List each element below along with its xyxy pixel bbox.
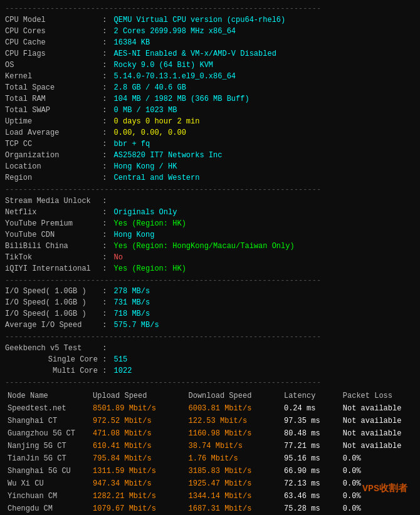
table1-cell-1: 1282.21 Mbit/s [90,490,186,502]
io-1-label: I/O Speed( 1.0GB ) [5,286,98,297]
table1-cell-0: Shanghai 5G CU [5,465,90,477]
region-value: Central and Western [114,172,200,184]
os-row: OS : Rocky 9.0 (64 Bit) KVM [5,60,415,71]
table1-cell-3: 75.28 ms [281,502,340,515]
cpu-flags-value: AES-NI Enabled & VM-x/AMD-V Disabled [114,48,276,60]
region-label: Region [5,172,98,184]
kernel-label: Kernel [5,71,98,82]
table1-cell-3: 72.13 ms [281,477,340,490]
table1-row: Wu Xi CU947.34 Mbit/s1925.47 Mbit/s72.13… [5,477,415,490]
table1-cell-0: Chengdu CM [5,502,90,515]
os-value: Rocky 9.0 (64 Bit) KVM [114,60,213,71]
cpu-cache-value: 16384 KB [114,37,150,48]
org-row: Organization : AS25820 IT7 Networks Inc [5,150,415,161]
io-2-value: 731 MB/s [114,297,150,308]
geekbench-single-value: 515 [114,354,128,365]
io-3-row: I/O Speed( 1.0GB ) : 718 MB/s [5,308,415,320]
cpu-cache-row: CPU Cache : 16384 KB [5,37,415,48]
table1-cell-4: Not available [340,440,415,452]
table1-cell-2: 1160.98 Mbit/s [186,427,281,440]
table1-cell-1: 972.52 Mbit/s [90,415,186,427]
io-3-value: 718 MB/s [114,308,150,320]
table1-cell-4: 0.0% [340,452,415,465]
table1-cell-4: 0.0% [340,465,415,477]
table1-header-download: Download Speed [186,390,281,402]
geekbench-single-row: Single Core : 515 [5,354,415,365]
uptime-row: Uptime : 0 days 0 hour 2 min [5,116,415,127]
total-space-label: Total Space [5,82,98,93]
table1-header-node: Node Name [5,390,90,402]
cpu-flags-label: CPU Flags [5,48,98,60]
table1-cell-3: 0.24 ms [281,402,340,415]
table1-row: Guangzhou 5G CT471.08 Mbit/s1160.98 Mbit… [5,427,415,440]
table1-cell-3: 77.21 ms [281,440,340,452]
table1-cell-2: 122.53 Mbit/s [186,415,281,427]
youtube-cdn-label: YouTube CDN [5,229,98,241]
table1-row: TianJin 5G CT795.84 Mbit/s1.76 Mbit/s95.… [5,452,415,465]
total-space-value: 2.8 GB / 40.6 GB [114,82,186,93]
table1-cell-3: 63.46 ms [281,490,340,502]
io-avg-row: Average I/O Speed : 575.7 MB/s [5,320,415,331]
cpu-cores-value: 2 Cores 2699.998 MHz x86_64 [114,26,236,37]
table1-cell-2: 1687.31 Mbit/s [186,502,281,515]
table1-cell-1: 947.34 Mbit/s [90,477,186,490]
table1-cell-4: Not available [340,415,415,427]
location-label: Location [5,161,98,172]
table1-cell-0: TianJin 5G CT [5,452,90,465]
stream-title-row: Stream Media Unlock : [5,195,415,207]
io-2-label: I/O Speed( 1.0GB ) [5,297,98,308]
table1-cell-0: Nanjing 5G CT [5,440,90,452]
table1-cell-1: 610.41 Mbit/s [90,440,186,452]
iqiyi-value: Yes (Region: HK) [114,263,186,274]
location-row: Location : Hong Kong / HK [5,161,415,172]
divider-1: ----------------------------------------… [5,185,415,195]
geekbench-section: Geekbench v5 Test : Single Core : 515 Mu… [5,343,415,377]
total-ram-row: Total RAM : 104 MB / 1982 MB (366 MB Buf… [5,93,415,105]
tiktok-row: TikTok : No [5,252,415,263]
youtube-premium-row: YouTube Premium : Yes (Region: HK) [5,218,415,229]
youtube-cdn-value: Hong Kong [114,229,155,241]
table1-cell-0: Speedtest.net [5,402,90,415]
tcp-cc-value: bbr + fq [114,138,150,150]
table1-header-row: Node Name Upload Speed Download Speed La… [5,390,415,402]
org-value: AS25820 IT7 Networks Inc [114,150,223,161]
table1-cell-3: 66.90 ms [281,465,340,477]
load-avg-value: 0.00, 0.00, 0.00 [114,127,186,138]
netflix-label: Netflix [5,207,98,218]
table1-cell-2: 1.76 Mbit/s [186,452,281,465]
speed-table-1-section: Node Name Upload Speed Download Speed La… [5,390,415,515]
io-avg-label: Average I/O Speed [5,320,98,331]
table1-cell-2: 6003.81 Mbit/s [186,402,281,415]
tiktok-value: No [114,252,123,263]
table1-cell-0: Guangzhou 5G CT [5,427,90,440]
region-row: Region : Central and Western [5,172,415,184]
netflix-row: Netflix : Originals Only [5,207,415,218]
total-swap-label: Total SWAP [5,105,98,116]
youtube-premium-label: YouTube Premium [5,218,98,229]
io-speed-section: I/O Speed( 1.0GB ) : 278 MB/s I/O Speed(… [5,286,415,331]
system-info-section: CPU Model : QEMU Virtual CPU version (cp… [5,14,415,184]
geekbench-title-label: Geekbench v5 Test [5,343,98,354]
table1-cell-2: 1925.47 Mbit/s [186,477,281,490]
kernel-value: 5.14.0-70.13.1.el9_0.x86_64 [114,71,236,82]
total-ram-value: 104 MB / 1982 MB (366 MB Buff) [114,93,249,105]
table1-cell-3: 80.48 ms [281,427,340,440]
stream-title-label: Stream Media Unlock [5,195,98,207]
geekbench-title-row: Geekbench v5 Test : [5,343,415,354]
table1-cell-2: 38.74 Mbit/s [186,440,281,452]
io-2-row: I/O Speed( 1.0GB ) : 731 MB/s [5,297,415,308]
table1-cell-2: 1344.14 Mbit/s [186,490,281,502]
table1-cell-1: 8501.89 Mbit/s [90,402,186,415]
table1-cell-0: Wu Xi CU [5,477,90,490]
table1-header-latency: Latency [281,390,340,402]
total-ram-label: Total RAM [5,93,98,105]
io-1-row: I/O Speed( 1.0GB ) : 278 MB/s [5,286,415,297]
iqiyi-row: iQIYI International : Yes (Region: HK) [5,263,415,274]
io-avg-value: 575.7 MB/s [114,320,159,331]
cpu-model-value: QEMU Virtual CPU version (cpu64-rhel6) [114,14,286,26]
bilibili-row: BiliBili China : Yes (Region: HongKong/M… [5,241,415,252]
cpu-cache-label: CPU Cache [5,37,98,48]
load-avg-label: Load Average [5,127,98,138]
bilibili-label: BiliBili China [5,241,98,252]
stream-media-section: Stream Media Unlock : Netflix : Original… [5,195,415,274]
